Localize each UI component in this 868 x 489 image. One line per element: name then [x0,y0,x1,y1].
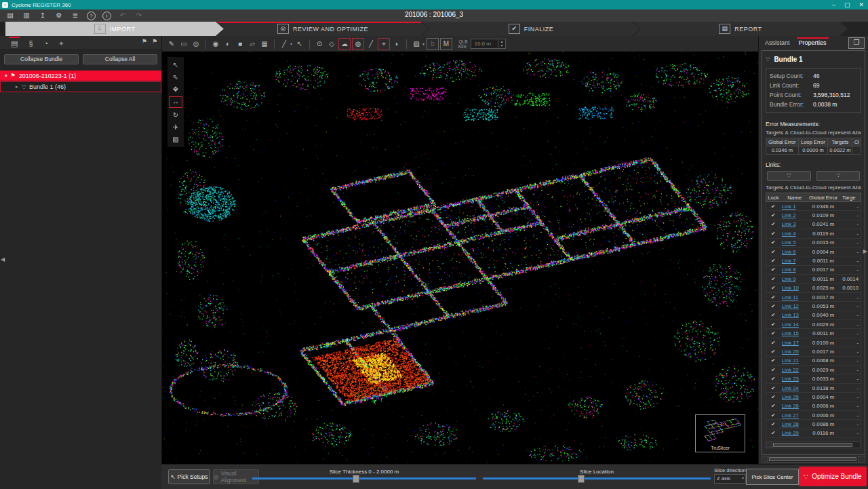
point-cloud-canvas-area[interactable]: ↖⇖✥↔↻✈▧ TruSlicer [162,52,759,465]
links-table-scrollbar[interactable] [766,442,861,448]
view-cube-icon[interactable]: ▧ [411,39,422,50]
ruler-icon-caret[interactable]: ▾ [290,41,292,46]
fence-icon[interactable]: ✎ [166,39,177,50]
export-icon[interactable]: ↥ [38,11,47,20]
lock-checkbox[interactable]: ✔ [766,267,781,273]
collapse-left-panel-icon[interactable]: ◀ [1,256,5,262]
undo-icon[interactable]: ↶ [118,11,127,20]
link-name[interactable]: Link 14 [781,321,808,328]
remove-link-button[interactable]: ∴ [816,171,861,181]
lock-checkbox[interactable]: ✔ [766,221,781,227]
lock-checkbox[interactable]: ✔ [766,403,781,409]
slice-thickness-slider[interactable] [252,477,476,480]
lock-checkbox[interactable]: ✔ [766,367,781,373]
lock-checkbox[interactable]: ✔ [766,312,781,318]
lock-checkbox[interactable]: ✔ [766,412,781,418]
link-name[interactable]: Link 27 [781,412,808,418]
lock-checkbox[interactable]: ✔ [766,357,781,364]
link-name[interactable]: Link 11 [781,294,808,300]
frame-icon[interactable]: ▭ [178,39,189,50]
lock-checkbox[interactable]: ✔ [766,303,781,309]
workflow-step-report[interactable]: ▤REPORT [633,22,848,36]
lock-checkbox[interactable]: ✔ [766,439,781,441]
pin-icon[interactable]: ⌖ [378,38,390,50]
target-icon[interactable]: ⊙ [314,39,325,50]
lock-checkbox[interactable]: ✔ [766,212,781,218]
links-column-header[interactable]: Lock [766,195,781,201]
link-name[interactable]: Link 10 [781,285,808,291]
link-name[interactable]: Link 2 [781,212,808,218]
settings-gear-icon[interactable]: ⚙ [54,11,64,20]
slice-direction-select[interactable]: Z axis ▾ [714,474,746,484]
link-name[interactable]: Link 28 [781,421,808,427]
links-column-header[interactable]: Name [781,195,808,201]
select-icon[interactable]: ↖ [170,60,182,70]
slice-location-handle[interactable] [578,475,585,483]
workflow-step-finalize[interactable]: ✔FINALIZE [422,22,640,36]
optimize-bundle-button[interactable]: ∴ Optimize Bundle [799,467,867,486]
links-column-header[interactable]: Global Error [808,195,840,201]
solid-view-icon[interactable]: ■ [235,39,245,50]
links-tab[interactable]: § [28,38,33,47]
link-name[interactable]: Link 24 [781,385,808,391]
pick-arrow-icon[interactable]: ↖ [294,39,305,50]
lock-checkbox[interactable]: ✔ [766,249,781,255]
project-explorer-tab[interactable]: ▤ [11,38,18,48]
pick-slice-center-button[interactable]: Pick Slice Center [746,469,799,485]
pick-setups-button[interactable]: ↖ Pick Setups [168,469,210,484]
help-icon[interactable]: ? [87,12,96,20]
link-name[interactable]: Link 8 [781,267,808,273]
qlb-size-input[interactable]: 10.0 m▲▼ [471,39,506,49]
lock-checkbox[interactable]: ✔ [766,258,781,264]
collapse-bundle-button[interactable]: Collapse Bundle [4,54,79,64]
lock-checkbox[interactable]: ✔ [766,376,781,382]
orbit-icon[interactable]: ↻ [170,110,182,120]
link-name[interactable]: Link 30 [781,439,808,441]
link-name[interactable]: Link 13 [781,312,808,318]
lock-checkbox[interactable]: ✔ [766,203,781,210]
collapse-all-button[interactable]: Collapse All [83,54,157,64]
cloud-to-cloud-icon[interactable]: ☁ [338,38,351,50]
link-name[interactable]: Link 25 [781,394,808,400]
pan-icon[interactable]: ✥ [170,84,182,94]
save-project-icon[interactable]: ▥ [22,11,31,20]
link-name[interactable]: Link 22 [781,367,808,373]
snapshot-icon[interactable]: ◉ [210,39,221,50]
add-link-button[interactable]: ∴ [767,171,811,181]
qlb-b-icon[interactable]: b [427,38,439,50]
link-name[interactable]: Link 5 [781,239,808,246]
lock-checkbox[interactable]: ✔ [766,231,781,237]
lock-checkbox[interactable]: ✔ [766,394,781,400]
slice-thickness-handle[interactable] [353,475,359,483]
zoom-region-icon[interactable]: ◎ [191,39,201,50]
link-name[interactable]: Link 29 [781,430,808,436]
maximize-icon[interactable]: ▢ [844,0,850,9]
links-column-header[interactable]: Targe [840,195,861,201]
tab-assistant[interactable]: Assistant [764,37,791,49]
panorama-icon[interactable]: ▱ [247,39,258,50]
redo-icon[interactable]: ↷ [134,11,144,20]
link-name[interactable]: Link 17 [781,340,808,346]
link-name[interactable]: Link 15 [781,330,808,336]
chevron-right-icon[interactable]: ▸ [16,84,18,90]
lock-checkbox[interactable]: ✔ [766,321,781,328]
lock-checkbox[interactable]: ✔ [766,340,781,346]
lock-checkbox[interactable]: ✔ [766,385,781,391]
open-project-icon[interactable]: ▤ [5,11,15,20]
lock-checkbox[interactable]: ✔ [766,294,781,300]
lock-checkbox[interactable]: ✔ [766,349,781,355]
link-name[interactable]: Link 1 [781,203,808,210]
cascade-windows-icon[interactable]: ❐ [848,37,865,49]
truslicer-minimap[interactable]: TruSlicer [695,414,745,452]
view-cube-icon-caret[interactable]: ▾ [422,41,425,46]
link-name[interactable]: Link 21 [781,357,808,364]
image-view-icon[interactable]: ▦ [259,39,270,50]
lock-checkbox[interactable]: ✔ [766,239,781,246]
info-icon[interactable]: i [102,12,111,20]
close-icon[interactable]: ✕ [859,0,864,9]
axis-cube-icon[interactable]: ▧ [170,134,182,144]
lock-checkbox[interactable]: ✔ [766,330,781,336]
workflow-step-import[interactable]: ⇩IMPORT [5,22,224,36]
qlb-m-icon[interactable]: M [440,38,452,50]
lock-checkbox[interactable]: ✔ [766,430,781,436]
